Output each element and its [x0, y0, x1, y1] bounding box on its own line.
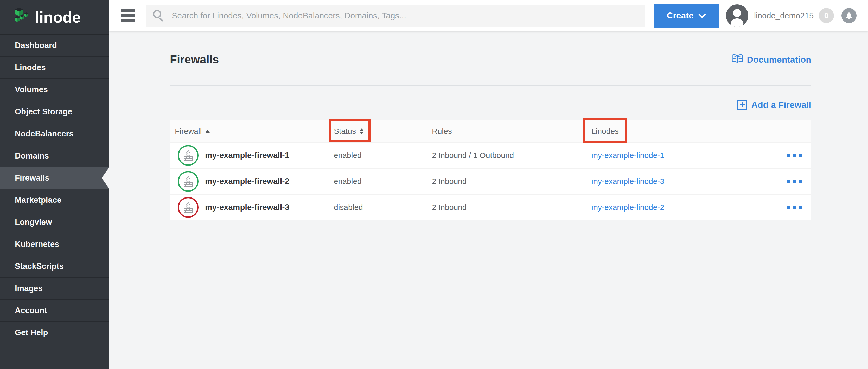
linode-cloud-manager: linode Dashboard Linodes Volumes Object … [0, 0, 868, 369]
add-a-firewall-link[interactable]: Add a Firewall [737, 98, 811, 111]
table-header-row: Firewall Status Rules Linodes [170, 120, 811, 142]
main-content: Firewalls Documentation Add a Firewall [109, 31, 868, 369]
sidebar-item-volumes[interactable]: Volumes [0, 79, 109, 101]
firewall-status: enabled [334, 177, 432, 186]
sidebar-item-images[interactable]: Images [0, 277, 109, 300]
notifications-bell-icon[interactable] [841, 8, 857, 23]
table-row: my-example-firewall-2 enabled 2 Inbound … [170, 168, 811, 194]
header-divider [170, 86, 811, 86]
row-actions-menu-icon[interactable] [787, 179, 802, 183]
sidebar-item-get-help[interactable]: Get Help [0, 322, 109, 344]
firewall-rules: 2 Inbound [432, 177, 591, 186]
sidebar-item-stackscripts[interactable]: StackScripts [0, 256, 109, 277]
table-row: my-example-firewall-1 enabled 2 Inbound … [170, 142, 811, 168]
sidebar-item-longview[interactable]: Longview [0, 211, 109, 233]
global-search [146, 5, 645, 27]
linode-link[interactable]: my-example-linode-2 [591, 203, 664, 211]
linode-cubes-icon [13, 7, 30, 27]
topbar: Create linode_demo215 0 [109, 0, 868, 31]
firewall-rules: 2 Inbound / 1 Outbound [432, 151, 591, 160]
search-icon [153, 10, 165, 22]
sidebar-item-object-storage[interactable]: Object Storage [0, 101, 109, 123]
notification-count-badge[interactable]: 0 [819, 8, 834, 23]
sidebar-item-domains[interactable]: Domains [0, 145, 109, 167]
linode-logo[interactable]: linode [0, 0, 109, 35]
username[interactable]: linode_demo215 [754, 0, 814, 31]
column-header-rules: Rules [432, 127, 591, 136]
column-header-status[interactable]: Status [334, 127, 432, 136]
firewall-name[interactable]: my-example-firewall-2 [205, 177, 289, 186]
sidebar-item-nodebalancers[interactable]: NodeBalancers [0, 123, 109, 145]
menu-icon[interactable] [121, 9, 135, 22]
firewall-rules: 2 Inbound [432, 203, 591, 212]
firewall-name[interactable]: my-example-firewall-3 [205, 203, 289, 212]
page-title: Firewalls [170, 53, 219, 66]
row-actions-menu-icon[interactable] [787, 154, 802, 157]
documentation-link[interactable]: Documentation [732, 54, 811, 65]
plus-square-icon [737, 100, 747, 110]
sidebar-item-firewalls[interactable]: Firewalls [0, 167, 109, 189]
table-row: my-example-firewall-3 disabled 2 Inbound… [170, 194, 811, 220]
sort-both-icon [360, 128, 364, 134]
search-input[interactable] [172, 11, 645, 21]
sidebar-item-kubernetes[interactable]: Kubernetes [0, 233, 109, 256]
firewall-status-icon [178, 197, 198, 218]
firewall-status-icon [178, 171, 198, 192]
firewall-name[interactable]: my-example-firewall-1 [205, 151, 289, 160]
firewall-status: disabled [334, 203, 432, 212]
chevron-down-icon [699, 11, 706, 18]
sort-asc-icon [206, 130, 210, 133]
linode-link[interactable]: my-example-linode-3 [591, 177, 664, 186]
column-header-linodes: Linodes [591, 127, 774, 136]
row-actions-menu-icon[interactable] [787, 206, 802, 209]
firewall-status: enabled [334, 151, 432, 160]
logo-wordmark: linode [35, 8, 81, 26]
firewalls-table: Firewall Status Rules Linodes [170, 120, 811, 220]
sidebar-item-account[interactable]: Account [0, 300, 109, 322]
sidebar-item-linodes[interactable]: Linodes [0, 57, 109, 79]
add-a-firewall-label: Add a Firewall [751, 100, 811, 110]
avatar[interactable] [726, 4, 748, 27]
sidebar-nav: Dashboard Linodes Volumes Object Storage… [0, 35, 109, 344]
firewall-status-icon [178, 145, 198, 166]
sidebar-item-marketplace[interactable]: Marketplace [0, 189, 109, 211]
linode-link[interactable]: my-example-linode-1 [591, 151, 664, 160]
sidebar: linode Dashboard Linodes Volumes Object … [0, 0, 109, 369]
create-button[interactable]: Create [654, 4, 719, 28]
sidebar-item-dashboard[interactable]: Dashboard [0, 35, 109, 57]
book-icon [732, 54, 743, 65]
column-header-firewall[interactable]: Firewall [170, 127, 334, 136]
documentation-label: Documentation [747, 55, 811, 65]
